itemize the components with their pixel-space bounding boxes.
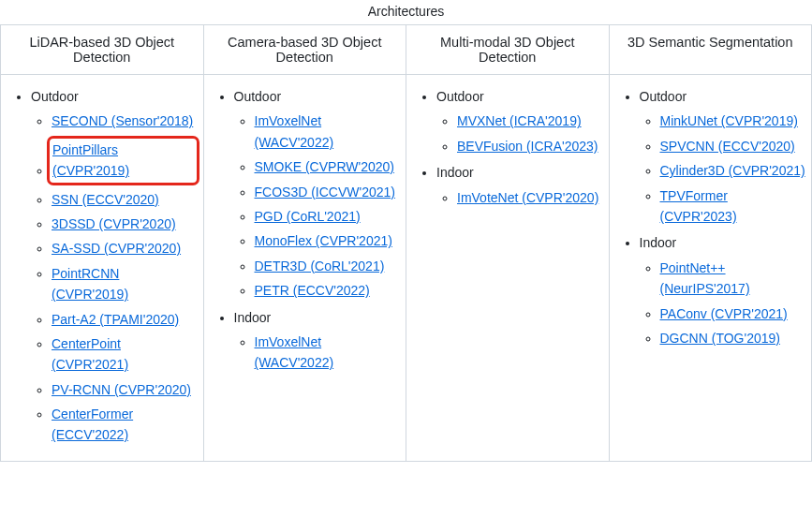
list-item: PV-RCNN (CVPR'2020) (52, 379, 199, 400)
list-item: ImVoxelNet (WACV'2022) (255, 111, 403, 153)
list-item: PointRCNN (CVPR'2019) (52, 263, 199, 305)
architecture-link[interactable]: PointRCNN (CVPR'2019) (52, 266, 128, 302)
section-label: Outdoor (234, 89, 282, 104)
architecture-link[interactable]: PGD (CoRL'2021) (255, 209, 361, 224)
list-item: PGD (CoRL'2021) (255, 206, 403, 227)
architecture-link[interactable]: ImVoxelNet (WACV'2022) (255, 334, 334, 370)
section-list: OutdoorMinkUNet (CVPR'2019)SPVCNN (ECCV'… (613, 86, 808, 348)
section-item: OutdoorSECOND (Sensor'2018)PointPillars … (31, 86, 199, 446)
architecture-link[interactable]: TPVFormer (CVPR'2023) (660, 188, 737, 224)
architecture-link[interactable]: PointPillars (CVPR'2019) (52, 142, 129, 178)
architecture-link[interactable]: PAConv (CVPR'2021) (660, 306, 788, 321)
section-item: OutdoorImVoxelNet (WACV'2022)SMOKE (CVPR… (234, 86, 403, 302)
section-label: Outdoor (436, 89, 484, 104)
architecture-link[interactable]: Part-A2 (TPAMI'2020) (52, 312, 179, 327)
list-item: DETR3D (CoRL'2021) (255, 256, 403, 276)
item-list: SECOND (Sensor'2018)PointPillars (CVPR'2… (31, 111, 199, 445)
list-item: PAConv (CVPR'2021) (660, 303, 808, 324)
architecture-link[interactable]: DETR3D (CoRL'2021) (255, 259, 385, 273)
column-cell: OutdoorMVXNet (ICRA'2019)BEVFusion (ICRA… (406, 75, 610, 462)
list-item: SA-SSD (CVPR'2020) (52, 238, 199, 259)
section-label: Indoor (640, 235, 677, 250)
architecture-link[interactable]: CenterPoint (CVPR'2021) (52, 336, 128, 372)
column-cell: OutdoorImVoxelNet (WACV'2022)SMOKE (CVPR… (203, 75, 406, 462)
section-label: Outdoor (640, 89, 687, 104)
architecture-link[interactable]: PV-RCNN (CVPR'2020) (52, 382, 191, 397)
item-list: MinkUNet (CVPR'2019)SPVCNN (ECCV'2020)Cy… (640, 111, 808, 227)
list-item: ImVoxelNet (WACV'2022) (255, 332, 403, 374)
list-item: PointPillars (CVPR'2019) (52, 136, 199, 185)
architecture-link[interactable]: SPVCNN (ECCV'2020) (660, 139, 795, 154)
column-header: LiDAR-based 3D Object Detection (1, 25, 204, 75)
list-item: MinkUNet (CVPR'2019) (660, 111, 808, 131)
list-item: DGCNN (TOG'2019) (660, 328, 808, 348)
list-item: SPVCNN (ECCV'2020) (660, 136, 808, 156)
architecture-link[interactable]: PointNet++ (NeurIPS'2017) (660, 260, 750, 296)
column-cell: OutdoorSECOND (Sensor'2018)PointPillars … (1, 75, 204, 462)
architecture-link[interactable]: BEVFusion (ICRA'2023) (457, 139, 598, 154)
section-label: Indoor (436, 165, 474, 180)
section-item: OutdoorMVXNet (ICRA'2019)BEVFusion (ICRA… (436, 86, 605, 156)
list-item: PointNet++ (NeurIPS'2017) (660, 258, 808, 300)
section-label: Outdoor (31, 89, 79, 104)
architecture-link[interactable]: MVXNet (ICRA'2019) (457, 113, 582, 128)
architecture-link[interactable]: CenterFormer (ECCV'2022) (52, 406, 133, 442)
item-list: PointNet++ (NeurIPS'2017)PAConv (CVPR'20… (640, 258, 808, 349)
architectures-table: LiDAR-based 3D Object DetectionCamera-ba… (0, 24, 812, 462)
column-header: Multi-modal 3D Object Detection (406, 25, 610, 75)
section-item: OutdoorMinkUNet (CVPR'2019)SPVCNN (ECCV'… (640, 86, 808, 227)
list-item: TPVFormer (CVPR'2023) (660, 185, 808, 228)
architecture-link[interactable]: SA-SSD (CVPR'2020) (52, 241, 181, 256)
section-item: IndoorImVoteNet (CVPR'2020) (436, 162, 605, 208)
list-item: SMOKE (CVPRW'2020) (255, 156, 403, 177)
list-item: BEVFusion (ICRA'2023) (457, 136, 605, 156)
list-item: SSN (ECCV'2020) (52, 189, 199, 210)
architecture-link[interactable]: MinkUNet (CVPR'2019) (660, 113, 798, 128)
list-item: FCOS3D (ICCVW'2021) (255, 182, 403, 202)
list-item: MVXNet (ICRA'2019) (457, 111, 605, 131)
architecture-link[interactable]: DGCNN (TOG'2019) (660, 331, 780, 346)
list-item: SECOND (Sensor'2018) (52, 111, 199, 131)
item-list: ImVoxelNet (WACV'2022) (234, 332, 403, 374)
list-item: PETR (ECCV'2022) (255, 280, 403, 301)
list-item: 3DSSD (CVPR'2020) (52, 214, 199, 234)
architecture-link[interactable]: SSN (ECCV'2020) (52, 192, 159, 207)
list-item: Part-A2 (TPAMI'2020) (52, 309, 199, 330)
architecture-link[interactable]: SMOKE (CVPRW'2020) (255, 159, 394, 174)
list-item: MonoFlex (CVPR'2021) (255, 230, 403, 251)
architecture-link[interactable]: 3DSSD (CVPR'2020) (52, 216, 176, 231)
section-label: Indoor (234, 310, 272, 325)
section-list: OutdoorMVXNet (ICRA'2019)BEVFusion (ICRA… (410, 86, 605, 208)
architecture-link[interactable]: MonoFlex (CVPR'2021) (255, 233, 392, 248)
body-row: OutdoorSECOND (Sensor'2018)PointPillars … (1, 75, 812, 462)
item-list: ImVoteNet (CVPR'2020) (436, 187, 605, 208)
table-title: Architectures (0, 0, 812, 24)
list-item: ImVoteNet (CVPR'2020) (457, 187, 605, 208)
item-list: ImVoxelNet (WACV'2022)SMOKE (CVPRW'2020)… (234, 111, 403, 301)
architecture-link[interactable]: ImVoteNet (CVPR'2020) (457, 190, 598, 205)
architecture-link[interactable]: SECOND (Sensor'2018) (52, 113, 193, 128)
section-list: OutdoorSECOND (Sensor'2018)PointPillars … (5, 86, 199, 446)
header-row: LiDAR-based 3D Object DetectionCamera-ba… (1, 25, 812, 75)
highlight-box: PointPillars (CVPR'2019) (47, 136, 199, 185)
section-list: OutdoorImVoxelNet (WACV'2022)SMOKE (CVPR… (208, 86, 403, 374)
column-cell: OutdoorMinkUNet (CVPR'2019)SPVCNN (ECCV'… (609, 75, 812, 462)
section-item: IndoorPointNet++ (NeurIPS'2017)PAConv (C… (640, 232, 808, 348)
item-list: MVXNet (ICRA'2019)BEVFusion (ICRA'2023) (436, 111, 605, 156)
architecture-link[interactable]: ImVoxelNet (WACV'2022) (255, 113, 334, 149)
column-header: 3D Semantic Segmentation (609, 25, 812, 75)
list-item: CenterFormer (ECCV'2022) (52, 404, 199, 446)
column-header: Camera-based 3D Object Detection (203, 25, 406, 75)
architecture-link[interactable]: PETR (ECCV'2022) (255, 283, 370, 298)
architecture-link[interactable]: Cylinder3D (CVPR'2021) (660, 163, 805, 178)
list-item: Cylinder3D (CVPR'2021) (660, 160, 808, 181)
section-item: IndoorImVoxelNet (WACV'2022) (234, 307, 403, 374)
list-item: CenterPoint (CVPR'2021) (52, 333, 199, 376)
architecture-link[interactable]: FCOS3D (ICCVW'2021) (255, 185, 395, 200)
